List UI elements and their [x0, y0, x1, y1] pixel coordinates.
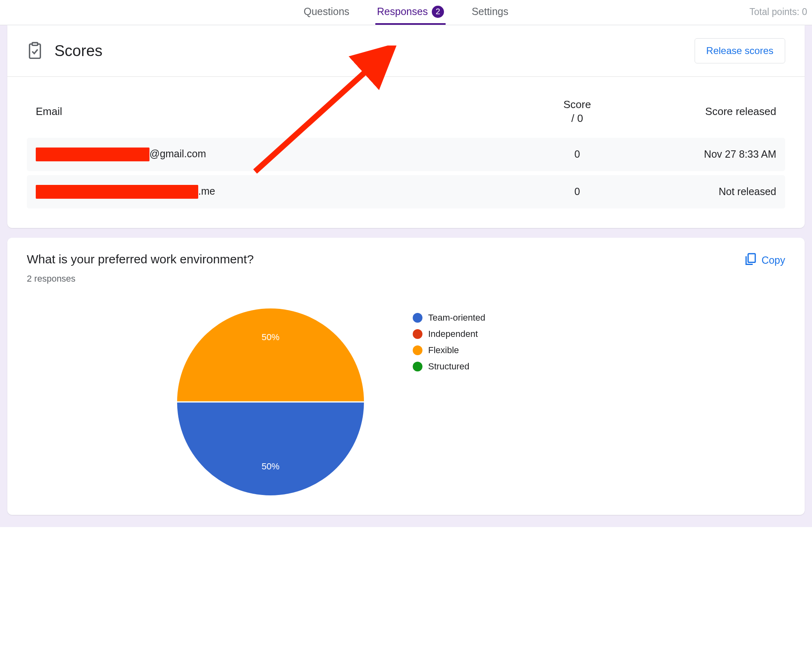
tab-responses[interactable]: Responses 2 — [375, 0, 446, 25]
top-tab-bar: Questions Responses 2 Settings Total poi… — [0, 0, 812, 25]
svg-rect-4 — [748, 254, 755, 262]
copy-label: Copy — [762, 254, 785, 266]
legend-swatch — [413, 329, 422, 339]
col-email: Email — [36, 105, 524, 118]
total-points-label: Total points: 0 — [749, 7, 807, 17]
col-score-line2: / 0 — [524, 112, 630, 126]
legend-swatch — [413, 362, 422, 371]
legend-label: Flexible — [428, 345, 459, 356]
legend-label: Team-oriented — [428, 313, 485, 323]
svg-rect-2 — [30, 44, 41, 58]
release-scores-button[interactable]: Release scores — [695, 38, 785, 63]
redacted-email-block — [36, 185, 198, 199]
tab-questions[interactable]: Questions — [302, 0, 351, 25]
table-row[interactable]: @gmail.com 0 Nov 27 8:33 AM — [27, 138, 785, 171]
legend-swatch — [413, 345, 422, 355]
question-summary-card: What is your preferred work environment?… — [7, 238, 805, 515]
table-row[interactable]: .me 0 Not released — [27, 175, 785, 208]
scores-table: Email Score / 0 Score released @gmail.co… — [7, 77, 805, 228]
pie-slice-label-top: 50% — [262, 332, 279, 343]
clipboard-check-icon — [27, 42, 43, 60]
tab-settings-label: Settings — [472, 6, 508, 17]
row-released: Not released — [630, 186, 776, 198]
col-score-line1: Score — [524, 98, 630, 112]
email-suffix: @gmail.com — [149, 148, 206, 159]
tab-questions-label: Questions — [304, 6, 350, 17]
email-suffix: .me — [198, 185, 215, 196]
responses-count-badge: 2 — [432, 6, 444, 18]
chart-legend: Team-orientedIndependentFlexibleStructur… — [413, 313, 485, 378]
col-released: Score released — [630, 105, 776, 118]
legend-item: Team-oriented — [413, 313, 485, 323]
legend-item: Flexible — [413, 345, 485, 356]
legend-label: Structured — [428, 361, 470, 372]
legend-item: Structured — [413, 361, 485, 372]
row-released: Nov 27 8:33 AM — [630, 148, 776, 160]
row-score: 0 — [524, 148, 630, 160]
scores-card: Scores Release scores Email Score / 0 Sc… — [7, 25, 805, 228]
legend-label: Independent — [428, 329, 478, 339]
pie-chart: 50% 50% — [177, 308, 364, 495]
tab-responses-label: Responses — [377, 6, 428, 17]
question-title: What is your preferred work environment? — [27, 252, 254, 266]
svg-rect-3 — [32, 43, 37, 46]
copy-button[interactable]: Copy — [745, 252, 785, 269]
redacted-email-block — [36, 148, 149, 161]
legend-item: Independent — [413, 329, 485, 339]
responses-count-text: 2 responses — [27, 273, 254, 284]
copy-icon — [745, 252, 757, 269]
pie-slice-label-bottom: 50% — [262, 461, 279, 472]
scores-title: Scores — [54, 42, 102, 60]
legend-swatch — [413, 313, 422, 323]
row-score: 0 — [524, 186, 630, 198]
tab-settings[interactable]: Settings — [470, 0, 510, 25]
